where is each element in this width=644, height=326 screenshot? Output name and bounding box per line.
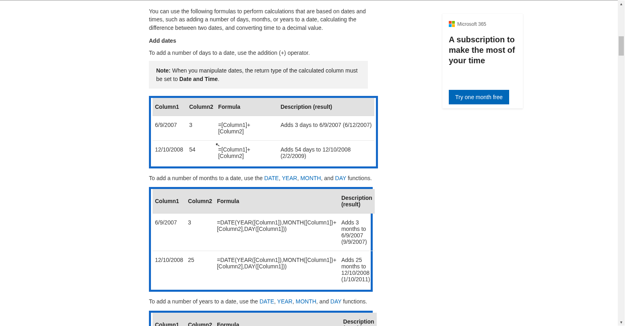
microsoft-logo-icon (449, 21, 455, 27)
note-label: Note: (156, 67, 171, 74)
cell: 6/9/2007 (153, 214, 186, 251)
th-desc: Description (result) (278, 98, 374, 116)
table-days: Column1 Column2 Formula Description (res… (153, 98, 374, 165)
table-row: Column1 Column2 Formula Description (res… (153, 189, 375, 214)
note-bold-term: Date and Time (180, 76, 218, 82)
link-month[interactable]: MONTH (295, 298, 316, 305)
cell: =DATE(YEAR([Column1]),MONTH([Column1])+[… (215, 214, 339, 251)
table-row: 6/9/2007 3 =[Column1]+[Column2] Adds 3 d… (153, 116, 374, 141)
note-text-2: . (218, 76, 219, 82)
add-months-intro: To add a number of months to a date, use… (149, 174, 374, 182)
th-desc: Description (result) (339, 189, 375, 214)
promo-headline: A subscription to make the most of your … (449, 34, 516, 66)
table-row: 6/9/2007 3 =DATE(YEAR([Column1]),MONTH([… (153, 214, 375, 251)
cell: 12/10/2008 (153, 141, 187, 165)
article-content: You can use the following formulas to pe… (149, 7, 374, 326)
cell: 54 (187, 141, 216, 165)
th-col2: Column2 (186, 189, 215, 214)
th-formula: Formula (215, 189, 339, 214)
th-col1: Column1 (153, 313, 186, 326)
scroll-track[interactable] (618, 7, 625, 319)
cell: 12/10/2008 (153, 251, 186, 289)
top-border (0, 0, 618, 0)
table-row: Column1 Column2 Formula Description (res… (153, 313, 377, 326)
note-box: Note: When you manipulate dates, the ret… (149, 61, 368, 89)
link-year[interactable]: YEAR (277, 298, 293, 305)
scroll-up-icon[interactable]: ▲ (618, 0, 625, 7)
cell: Adds 3 months to 6/9/2007 (9/9/2007) (339, 214, 375, 251)
cell: Adds 54 days to 12/10/2008 (2/2/2009) (278, 141, 374, 165)
table-years-wrap: Column1 Column2 Formula Description (res… (149, 311, 373, 326)
table-years: Column1 Column2 Formula Description (res… (153, 313, 377, 326)
cell: 6/9/2007 (153, 116, 187, 141)
cell: 25 (186, 251, 215, 289)
th-col2: Column2 (186, 313, 215, 326)
cell: 3 (187, 116, 216, 141)
add-days-intro: To add a number of days to a date, use t… (149, 49, 374, 57)
table-row: Column1 Column2 Formula Description (res… (153, 98, 374, 116)
cell: Adds 25 months to 12/10/2008 (1/10/2011) (339, 251, 375, 289)
link-day[interactable]: DAY (330, 298, 342, 305)
table-months: Column1 Column2 Formula Description (res… (153, 189, 375, 288)
scroll-down-icon[interactable]: ▼ (618, 319, 625, 326)
link-date[interactable]: DATE (260, 298, 274, 305)
link-date[interactable]: DATE (264, 175, 279, 181)
try-free-button[interactable]: Try one month free (449, 90, 509, 104)
th-col1: Column1 (153, 98, 187, 116)
table-row: 12/10/2008 54 =[Column1]+[Column2] Adds … (153, 141, 374, 165)
brand-label: Microsoft 365 (457, 21, 486, 27)
cell: Adds 3 days to 6/9/2007 (6/12/2007) (278, 116, 374, 141)
add-years-intro: To add a number of years to a date, use … (149, 297, 374, 305)
cell: 3 (186, 214, 215, 251)
table-row: 12/10/2008 25 =DATE(YEAR([Column1]),MONT… (153, 251, 375, 289)
intro-paragraph: You can use the following formulas to pe… (149, 7, 374, 32)
th-col2: Column2 (187, 98, 216, 116)
table-months-wrap: Column1 Column2 Formula Description (res… (149, 187, 373, 292)
th-formula: Formula (216, 98, 278, 116)
vertical-scrollbar[interactable]: ▲ ▼ (618, 0, 625, 326)
logo-row: Microsoft 365 (449, 21, 516, 27)
cell: =[Column1]+[Column2] (216, 141, 278, 165)
th-formula: Formula (215, 313, 341, 326)
scroll-thumb[interactable] (619, 36, 624, 56)
table-days-wrap: Column1 Column2 Formula Description (res… (149, 96, 378, 168)
link-month[interactable]: MONTH (300, 175, 321, 181)
cell: =[Column1]+[Column2] (216, 116, 278, 141)
add-dates-heading: Add dates (149, 37, 374, 45)
cell: =DATE(YEAR([Column1]),MONTH([Column1])+[… (215, 251, 339, 289)
link-year[interactable]: YEAR (282, 175, 297, 181)
link-day[interactable]: DAY (335, 175, 347, 181)
th-col1: Column1 (153, 189, 186, 214)
th-desc: Description (result) (341, 313, 377, 326)
promo-card: Microsoft 365 A subscription to make the… (442, 14, 523, 108)
